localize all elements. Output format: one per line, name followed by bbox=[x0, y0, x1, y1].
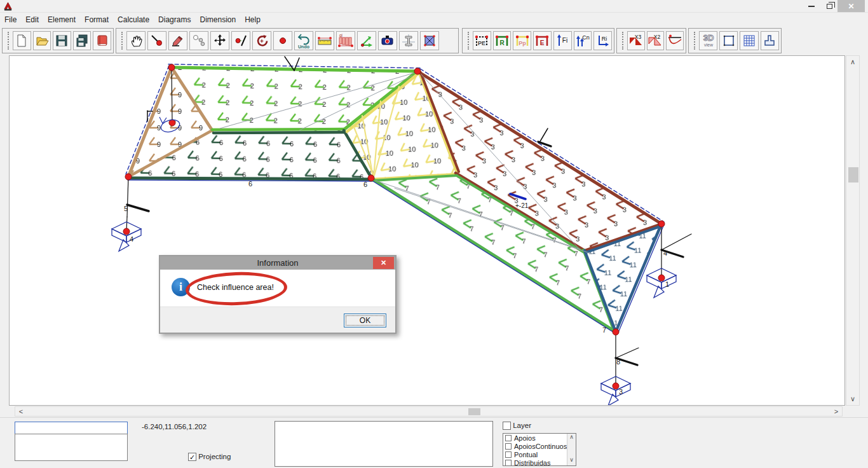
model-edge bbox=[539, 128, 548, 142]
support-view-button[interactable] bbox=[761, 31, 779, 50]
rotate-button[interactable] bbox=[252, 31, 271, 50]
information-dialog: Information ✕ i Check influence area! OK bbox=[159, 255, 397, 334]
grid-icon bbox=[742, 34, 756, 48]
scroll-up-icon[interactable]: ∧ bbox=[846, 58, 859, 66]
force-fi-button[interactable]: Fi bbox=[553, 31, 572, 50]
scroll-right-icon[interactable]: > bbox=[832, 408, 841, 415]
layer-list[interactable]: ApoiosApoiosContinuosPontualDistribuidas… bbox=[503, 433, 576, 466]
layer-item-checkbox[interactable] bbox=[505, 460, 512, 466]
load-r-icon: R bbox=[494, 33, 510, 48]
layer-rows: ApoiosApoiosContinuosPontualDistribuidas bbox=[503, 434, 576, 466]
model-node[interactable] bbox=[168, 64, 175, 71]
new-document-button[interactable] bbox=[13, 31, 31, 50]
toolbar-panel-file bbox=[2, 28, 114, 53]
support-node[interactable] bbox=[613, 383, 619, 389]
menu-item-calculate[interactable]: Calculate bbox=[113, 13, 154, 26]
insert-node-button[interactable] bbox=[273, 31, 292, 50]
scroll-left-icon[interactable]: < bbox=[17, 408, 25, 415]
projecting-checkbox[interactable]: ✓ bbox=[188, 453, 196, 461]
svg-text:E: E bbox=[540, 39, 545, 46]
plate-element-button[interactable] bbox=[420, 31, 439, 50]
svg-text:Undo: Undo bbox=[298, 45, 309, 49]
model-node[interactable] bbox=[125, 174, 132, 180]
influence-line-button[interactable] bbox=[666, 31, 684, 50]
menu-item-help[interactable]: Help bbox=[240, 13, 265, 26]
open-folder-icon bbox=[35, 34, 49, 48]
support-node[interactable] bbox=[658, 275, 665, 281]
open-project-button[interactable] bbox=[33, 31, 51, 50]
move-button[interactable] bbox=[210, 31, 229, 50]
load-pp-icon: Pp bbox=[515, 33, 530, 48]
layer-item-checkbox[interactable] bbox=[505, 443, 512, 450]
model-node[interactable] bbox=[368, 175, 374, 181]
layer-scroll-down-icon[interactable]: ∨ bbox=[567, 457, 576, 465]
menu-item-dimension[interactable]: Dimension bbox=[195, 13, 240, 26]
distributed-load-button[interactable]: qi bbox=[336, 31, 355, 50]
menu-item-file[interactable]: File bbox=[0, 13, 21, 26]
local-axes-button[interactable] bbox=[357, 31, 376, 50]
layer-item-apoios[interactable]: Apoios bbox=[503, 434, 576, 442]
load-r-button[interactable]: R bbox=[493, 31, 512, 50]
layer-item-distribuidas[interactable]: Distribuidas bbox=[503, 458, 576, 466]
force-cn-button[interactable]: Cn bbox=[574, 31, 592, 50]
section-properties-button[interactable] bbox=[399, 31, 418, 50]
dimension-ruler-button[interactable] bbox=[315, 31, 334, 50]
layer-item-pontual[interactable]: Pontual bbox=[503, 450, 576, 458]
load-pe-button[interactable]: PE bbox=[473, 31, 491, 50]
layer-list-scrollbar[interactable]: ∧ ∨ bbox=[567, 434, 576, 465]
layer-item-checkbox[interactable] bbox=[505, 451, 512, 458]
restore-button[interactable] bbox=[821, 0, 837, 12]
view-3d-button[interactable]: 3Dview bbox=[699, 31, 717, 50]
layer-scroll-up-icon[interactable]: ∧ bbox=[567, 434, 576, 443]
menu-item-diagrams[interactable]: Diagrams bbox=[154, 13, 195, 26]
load-pp-button[interactable]: Pp bbox=[513, 31, 531, 50]
reaction-ri-button[interactable]: Ri bbox=[593, 31, 612, 50]
menu-item-element[interactable]: Element bbox=[43, 13, 80, 26]
horizontal-scrollbar[interactable]: < > bbox=[15, 406, 843, 416]
layer-item-checkbox[interactable] bbox=[505, 435, 512, 441]
minimize-button[interactable] bbox=[802, 0, 821, 12]
render-view-button[interactable] bbox=[719, 31, 738, 50]
layer-checkbox[interactable] bbox=[503, 422, 511, 430]
svg-text:view: view bbox=[704, 43, 714, 47]
diagram-x3-button[interactable]: X3 bbox=[627, 31, 645, 50]
dialog-close-button[interactable]: ✕ bbox=[373, 257, 394, 269]
diagram-x2-icon: X2 bbox=[648, 33, 663, 48]
scroll-down-icon[interactable]: ∨ bbox=[846, 395, 859, 403]
view-3d-icon: 3Dview bbox=[700, 32, 717, 49]
projecting-option: ✓ Projecting bbox=[188, 453, 231, 461]
command-input[interactable] bbox=[15, 422, 128, 434]
edit-member-button[interactable] bbox=[168, 31, 187, 50]
split-member-button[interactable] bbox=[231, 31, 250, 50]
command-history-box[interactable] bbox=[15, 434, 128, 461]
diagram-x2-button[interactable]: X2 bbox=[647, 31, 665, 50]
ok-button[interactable]: OK bbox=[344, 313, 386, 327]
model-node[interactable] bbox=[658, 221, 665, 227]
message-box bbox=[275, 421, 493, 467]
materials-book-button[interactable] bbox=[93, 31, 111, 50]
rigid-link-button[interactable] bbox=[378, 31, 397, 50]
drawing-canvas[interactable]: 269103711667544183+-21 bbox=[9, 55, 845, 406]
vertical-scrollbar[interactable]: ∧ ∨ bbox=[846, 55, 860, 406]
toolbar-panel-edit: Undo qi bbox=[116, 28, 459, 53]
model-node[interactable] bbox=[613, 329, 619, 335]
menu-item-edit[interactable]: Edit bbox=[21, 13, 43, 26]
support-node[interactable] bbox=[123, 228, 130, 235]
pan-hand-button[interactable] bbox=[126, 31, 146, 50]
select-node-button[interactable] bbox=[147, 31, 166, 50]
model-node[interactable] bbox=[414, 68, 421, 74]
layer-item-apoioscontinuos[interactable]: ApoiosContinuos bbox=[503, 442, 576, 450]
grid-view-button[interactable] bbox=[740, 31, 758, 50]
undo-button[interactable]: Undo bbox=[294, 31, 313, 50]
save-all-button[interactable] bbox=[73, 31, 92, 50]
polyline-nodes-button[interactable] bbox=[189, 31, 208, 50]
horizontal-scroll-thumb[interactable] bbox=[468, 408, 480, 415]
save-button[interactable] bbox=[53, 31, 71, 50]
vertical-scroll-thumb[interactable] bbox=[848, 167, 858, 182]
load-e-button[interactable]: E bbox=[533, 31, 552, 50]
close-button[interactable]: ✕ bbox=[837, 0, 865, 12]
structural-model: 269103711667544183+-21 bbox=[10, 56, 844, 405]
menu-item-format[interactable]: Format bbox=[80, 13, 113, 26]
node-icon bbox=[276, 34, 290, 48]
model-label: +-21 bbox=[515, 202, 529, 209]
